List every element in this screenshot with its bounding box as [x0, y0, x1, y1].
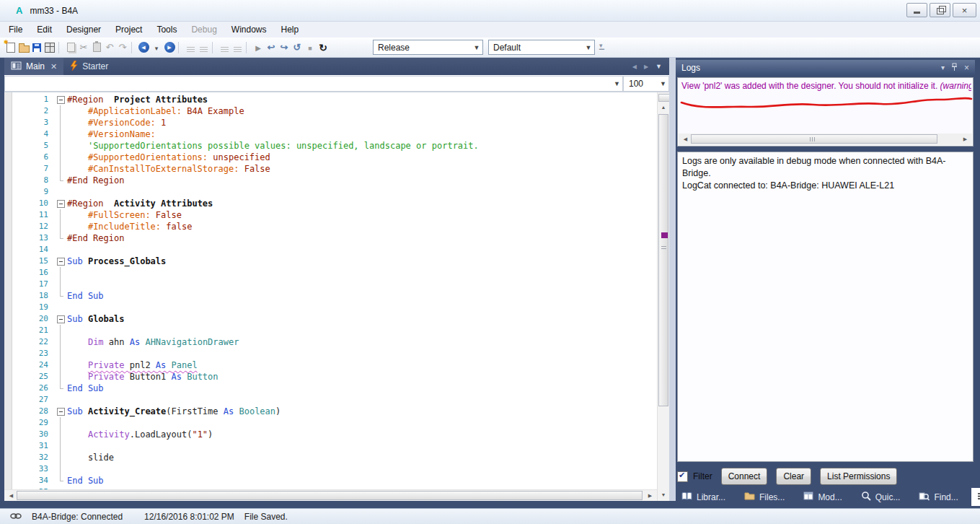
tab-main[interactable]: Main✕ — [4, 58, 63, 75]
code-line-20[interactable]: 20Sub Globals — [12, 313, 655, 325]
new-file-icon[interactable] — [4, 40, 17, 55]
minimize-button[interactable] — [906, 3, 927, 17]
code-line-28[interactable]: 28Sub Activity_Create(FirstTime As Boole… — [12, 406, 655, 417]
horizontal-scroll-thumb[interactable] — [17, 491, 643, 500]
split-handle[interactable] — [658, 94, 670, 102]
code-line-8[interactable]: 8#End Region — [12, 175, 655, 186]
close-icon[interactable]: × — [964, 64, 969, 72]
code-line-10[interactable]: 10#Region Activity Attributes — [12, 198, 655, 209]
code-line-31[interactable]: 31 — [12, 440, 655, 452]
code-line-18[interactable]: 18End Sub — [12, 290, 655, 302]
code-line-13[interactable]: 13#End Region — [12, 232, 655, 244]
member-selector[interactable]: ▼ — [4, 76, 623, 92]
fold-collapse-icon[interactable] — [55, 94, 67, 105]
pane-splitter[interactable] — [669, 58, 676, 501]
code-line-32[interactable]: 32 slide — [12, 452, 655, 463]
scroll-right-icon[interactable]: ▶ — [960, 134, 971, 144]
editor-horizontal-scrollbar[interactable]: ◀ ▶ — [4, 489, 657, 501]
build-configuration-select[interactable]: Release ▼ — [373, 40, 483, 55]
log-output[interactable]: Logs are only available in debug mode wh… — [677, 152, 974, 462]
pin-icon[interactable] — [951, 63, 958, 73]
step-out-icon[interactable] — [291, 40, 304, 55]
code-line-33[interactable]: 33 — [12, 463, 655, 475]
vertical-scroll-thumb[interactable] — [658, 114, 668, 406]
bottom-tab-mod[interactable]: Mod... — [798, 488, 847, 506]
save-all-icon[interactable] — [43, 40, 56, 55]
close-button[interactable]: × — [953, 3, 976, 17]
code-line-30[interactable]: 30 Activity.LoadLayout("1") — [12, 429, 655, 440]
back-dropdown-icon[interactable] — [150, 40, 163, 55]
save-icon[interactable] — [30, 40, 43, 55]
code-line-19[interactable]: 19 — [12, 302, 655, 313]
code-line-23[interactable]: 23 — [12, 348, 655, 359]
code-line-9[interactable]: 9 — [12, 186, 655, 198]
toolbar-overflow-icon[interactable]: ▾▔ — [599, 42, 604, 56]
fold-collapse-icon[interactable] — [55, 256, 67, 267]
breakpoint-gutter[interactable] — [4, 92, 12, 489]
fold-collapse-icon[interactable] — [55, 406, 67, 417]
code-line-12[interactable]: 12 #IncludeTitle: false — [12, 221, 655, 232]
menu-edit[interactable]: Edit — [30, 22, 59, 37]
tab-starter[interactable]: Starter — [63, 58, 115, 75]
zoom-select[interactable]: 100 ▼ — [623, 76, 669, 92]
code-line-17[interactable]: 17 — [12, 279, 655, 290]
fold-collapse-icon[interactable] — [55, 198, 67, 209]
scroll-right-icon[interactable]: ▶ — [645, 490, 655, 501]
tab-scroll-right-icon[interactable]: ▶ — [644, 64, 648, 70]
editor-vertical-scrollbar[interactable]: ▲ ▼ — [657, 92, 669, 501]
code-line-6[interactable]: 6 #SupportedOrientations: unspecified — [12, 152, 655, 163]
code-line-27[interactable]: 27 — [12, 394, 655, 406]
step-into-icon[interactable] — [265, 40, 278, 55]
close-tab-icon[interactable]: ✕ — [50, 62, 57, 71]
code-line-29[interactable]: 29 — [12, 417, 655, 429]
code-editor[interactable]: 1#Region Project Attributes2 #Applicatio… — [4, 92, 669, 489]
code-line-7[interactable]: 7 #CanInstallToExternalStorage: False — [12, 163, 655, 175]
menu-file[interactable]: File — [1, 22, 30, 37]
fold-collapse-icon[interactable] — [55, 313, 67, 325]
code-line-4[interactable]: 4 #VersionName: — [12, 128, 655, 140]
navigate-back-icon[interactable]: ◀ — [137, 40, 150, 55]
menu-designer[interactable]: Designer — [59, 22, 108, 37]
menu-project[interactable]: Project — [108, 22, 149, 37]
code-line-3[interactable]: 3 #VersionCode: 1 — [12, 117, 655, 128]
menu-windows[interactable]: Windows — [224, 22, 274, 37]
bottom-tab-quic[interactable]: Quic... — [855, 488, 906, 506]
filter-checkbox[interactable] — [677, 471, 688, 482]
menu-tools[interactable]: Tools — [149, 22, 184, 37]
listpermissions-button[interactable]: List Permissions — [820, 468, 897, 485]
theme-configuration-select[interactable]: Default ▼ — [488, 40, 595, 55]
scroll-left-icon[interactable]: ◀ — [6, 490, 17, 501]
code-line-24[interactable]: 24 Private pnl2 As Panel — [12, 359, 655, 371]
code-line-26[interactable]: 26End Sub — [12, 383, 655, 394]
bottom-tab-logs[interactable]: Logs — [971, 488, 980, 506]
code-line-16[interactable]: 16 — [12, 267, 655, 279]
code-line-5[interactable]: 5 'SupportedOrientations possible values… — [12, 140, 655, 152]
code-line-22[interactable]: 22 Dim ahn As AHNavigationDrawer — [12, 336, 655, 348]
bottom-tab-files[interactable]: Files... — [738, 488, 790, 506]
code-line-2[interactable]: 2 #ApplicationLabel: B4A Example — [12, 105, 655, 117]
rebuild-icon[interactable] — [317, 40, 330, 55]
code-line-21[interactable]: 21 — [12, 325, 655, 336]
code-line-34[interactable]: 34End Sub — [12, 475, 655, 486]
code-line-14[interactable]: 14 — [12, 244, 655, 256]
bottom-tab-find[interactable]: Find... — [913, 488, 963, 506]
bottom-tab-librar[interactable]: Librar... — [676, 488, 731, 506]
open-file-icon[interactable] — [17, 40, 30, 55]
code-line-25[interactable]: 25 Private Button1 As Button — [12, 371, 655, 383]
navigate-forward-icon[interactable]: ▶ — [163, 40, 176, 55]
scroll-up-icon[interactable]: ▲ — [658, 102, 669, 113]
code-line-15[interactable]: 15Sub Process_Globals — [12, 256, 655, 267]
warnings-horizontal-scrollbar[interactable]: ◀ ▶ — [679, 134, 972, 145]
code-line-11[interactable]: 11 #FullScreen: False — [12, 209, 655, 221]
scroll-left-icon[interactable]: ◀ — [680, 134, 691, 144]
connect-button[interactable]: Connect — [721, 468, 768, 485]
tab-list-dropdown-icon[interactable]: ▼ — [655, 63, 662, 70]
restore-button[interactable] — [930, 3, 950, 17]
tab-scroll-left-icon[interactable]: ◀ — [632, 64, 637, 70]
step-over-icon[interactable] — [278, 40, 291, 55]
warnings-list[interactable]: View 'pnl2' was added with the designer.… — [677, 77, 974, 147]
scroll-down-icon[interactable]: ▼ — [658, 489, 669, 500]
clear-button[interactable]: Clear — [776, 468, 811, 485]
menu-help[interactable]: Help — [274, 22, 306, 37]
code-line-1[interactable]: 1#Region Project Attributes — [12, 94, 655, 105]
